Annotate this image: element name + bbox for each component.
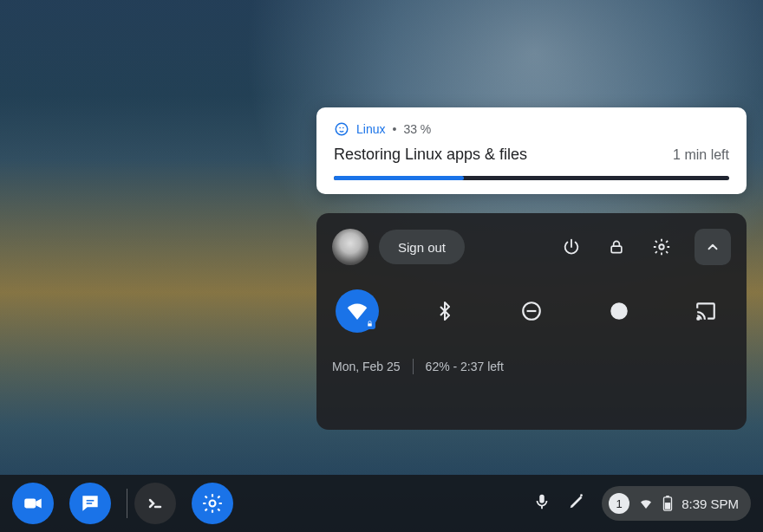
shelf-app-duo[interactable] [12,483,54,524]
shelf-app-messages[interactable] [69,483,111,524]
terminal-icon [145,493,166,514]
cast-icon [695,300,717,322]
svg-rect-5 [368,323,372,326]
footer-battery-status[interactable]: 62% - 2:37 left [426,360,504,373]
notification-card[interactable]: Linux • 33 % Restoring Linux apps & file… [316,107,747,194]
settings-button[interactable] [644,230,679,264]
wifi-secure-badge [363,317,375,329]
linux-penguin-icon [334,121,349,137]
sign-out-button[interactable]: Sign out [379,230,465,264]
svg-rect-10 [24,499,36,509]
stylus-tools-button[interactable] [567,492,586,515]
shelf-app-settings[interactable] [192,483,233,524]
voice-search-button[interactable] [532,492,551,515]
notification-header: Linux • 33 % [334,121,729,137]
svg-rect-20 [665,503,670,509]
shelf: 1 8:39 SPM [0,475,763,532]
status-tray[interactable]: 1 8:39 SPM [602,486,751,521]
svg-point-17 [580,494,583,496]
svg-point-9 [697,318,699,320]
status-time: 8:39 SPM [681,496,739,511]
chevron-up-icon [705,239,721,255]
svg-rect-19 [666,496,669,497]
bluetooth-toggle[interactable] [423,289,466,333]
shelf-app-terminal[interactable] [134,483,176,524]
svg-point-4 [659,244,664,250]
collapse-button[interactable] [695,229,731,265]
sign-out-label: Sign out [398,240,446,255]
do-not-disturb-icon [520,300,543,322]
power-button[interactable] [554,230,589,264]
notification-progress-bar [334,176,729,180]
wifi-status-icon [638,496,654,511]
bluetooth-icon [434,301,455,321]
desktop-wallpaper: Linux • 33 % Restoring Linux apps & file… [0,0,763,532]
messages-icon [79,492,101,515]
night-light-icon [608,300,630,322]
svg-rect-15 [539,495,545,503]
svg-point-2 [342,127,344,129]
lock-button[interactable] [599,230,634,264]
power-icon [562,237,581,256]
cast-toggle[interactable] [684,289,727,333]
gear-icon [201,492,224,515]
user-avatar[interactable] [332,229,368,265]
svg-point-1 [339,127,341,129]
svg-point-8 [610,302,628,320]
lock-icon [608,238,625,256]
svg-point-0 [336,123,348,135]
video-camera-icon [22,492,44,515]
footer-date[interactable]: Mon, Feb 25 [332,360,401,373]
notification-count-badge: 1 [609,493,629,514]
stylus-icon [567,492,586,511]
svg-point-14 [210,501,216,507]
shelf-separator [127,489,127,518]
night-light-toggle[interactable] [597,289,641,333]
notification-app-name: Linux [356,122,385,136]
wifi-toggle[interactable] [336,289,379,333]
notification-title: Restoring Linux apps & files [334,146,527,164]
notification-separator: • [392,122,396,136]
notification-eta: 1 min left [673,147,729,163]
notification-progress-fill [334,176,464,180]
gear-icon [652,237,671,256]
battery-status-icon [662,496,673,511]
svg-rect-3 [611,246,622,253]
notification-progress-percent: 33 % [403,122,431,136]
mic-icon [532,492,551,511]
footer-divider [413,359,414,374]
quick-settings-panel: Sign out [316,213,747,430]
do-not-disturb-toggle[interactable] [510,289,553,333]
